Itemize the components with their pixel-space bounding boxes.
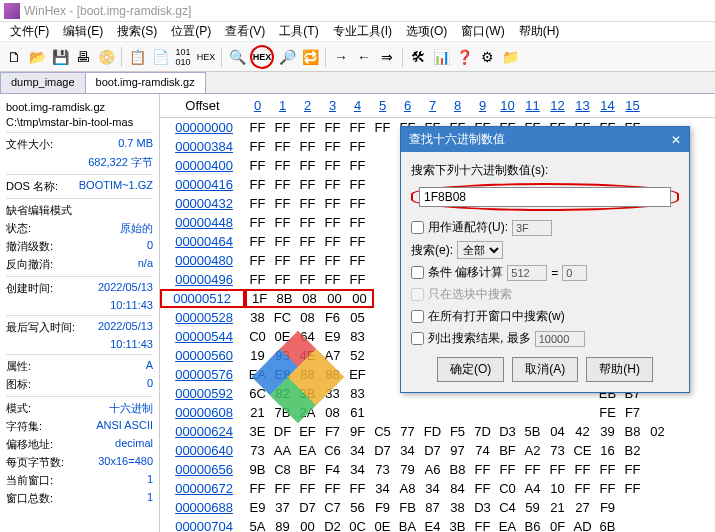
hex-row[interactable]: 000007045A8900D20C0EBAE43BFFEAB60FAD6B xyxy=(160,517,715,532)
in-sel-label: 只在选块中搜索 xyxy=(428,286,512,303)
separator xyxy=(121,47,122,67)
menu-file[interactable]: 文件(F) xyxy=(4,21,55,42)
tool1-icon[interactable]: 🛠 xyxy=(408,47,428,67)
undo-val: 0 xyxy=(147,239,153,254)
fwd-icon[interactable]: ⇒ xyxy=(377,47,397,67)
hex-col: 2 xyxy=(295,98,320,113)
dialog-titlebar[interactable]: 查找十六进制数值 ✕ xyxy=(401,127,689,152)
new-icon[interactable]: 🗋 xyxy=(4,47,24,67)
cond-a[interactable] xyxy=(507,265,547,281)
hex-col: 15 xyxy=(620,98,645,113)
cond-b[interactable] xyxy=(562,265,587,281)
hex-icon[interactable]: HEX xyxy=(196,47,216,67)
offset-header: Offset xyxy=(160,98,245,113)
hex-col: 3 xyxy=(320,98,345,113)
list-checkbox[interactable] xyxy=(411,332,424,345)
hex-col: 6 xyxy=(395,98,420,113)
close-icon[interactable]: ✕ xyxy=(671,133,681,147)
separator xyxy=(402,47,403,67)
offset-label: 偏移地址: xyxy=(6,437,53,452)
dos-name: BOOTIM~1.GZ xyxy=(79,179,153,194)
hex-row[interactable]: 00000688E937D7C756F9FB8738D3C4592127F9 xyxy=(160,498,715,517)
list-max[interactable] xyxy=(535,331,585,347)
hex-value-input[interactable] xyxy=(419,187,671,207)
tab-dump-image[interactable]: dump_image xyxy=(0,72,86,93)
hex-offset: 00000672 xyxy=(160,481,245,496)
hex-offset: 00000400 xyxy=(160,158,245,173)
hex-bytes: 73AAEAC634D734D79774BFA273CE16B2 xyxy=(245,443,645,458)
print-icon[interactable]: 🖶 xyxy=(73,47,93,67)
ctime-date: 2022/05/13 xyxy=(98,281,153,296)
cond-checkbox[interactable] xyxy=(411,266,424,279)
tool5-icon[interactable]: 📁 xyxy=(500,47,520,67)
hex-row[interactable]: 00000608217B2A0861FEF7 xyxy=(160,403,715,422)
menu-edit[interactable]: 编辑(E) xyxy=(57,21,109,42)
find-text-icon[interactable]: 🔎 xyxy=(277,47,297,67)
help-button[interactable]: 帮助(H) xyxy=(586,357,653,382)
state-label: 状态: xyxy=(6,221,31,236)
hex-row[interactable]: 0000064073AAEAC634D734D79774BFA273CE16B2 xyxy=(160,441,715,460)
hex-col: 7 xyxy=(420,98,445,113)
menu-position[interactable]: 位置(P) xyxy=(165,21,217,42)
icons-label: 图标: xyxy=(6,377,31,392)
dialog-prompt: 搜索下列十六进制数值(s): xyxy=(411,162,679,179)
back-icon[interactable]: ← xyxy=(354,47,374,67)
hex-offset: 00000704 xyxy=(160,519,245,532)
hex-editor[interactable]: Offset 0123456789101112131415 00000000FF… xyxy=(160,94,715,532)
attr-label: 属性: xyxy=(6,359,31,374)
open-icon[interactable]: 📂 xyxy=(27,47,47,67)
file-name: boot.img-ramdisk.gz xyxy=(6,101,105,113)
disk-icon[interactable]: 📀 xyxy=(96,47,116,67)
binary-icon[interactable]: 101010 xyxy=(173,47,193,67)
charset-val: ANSI ASCII xyxy=(96,419,153,434)
icons-val: 0 xyxy=(147,377,153,392)
hex-row[interactable]: 00000672FFFFFFFFFF34A83484FFC0A410FFFFFF xyxy=(160,479,715,498)
search-dir-select[interactable]: 全部 xyxy=(457,241,503,259)
menu-window[interactable]: 窗口(W) xyxy=(455,21,510,42)
hex-col: 9 xyxy=(470,98,495,113)
hex-offset: 00000000 xyxy=(160,120,245,135)
hex-col: 11 xyxy=(520,98,545,113)
sidebar: boot.img-ramdisk.gz C:\tmp\mstar-bin-too… xyxy=(0,94,160,532)
menu-tools[interactable]: 工具(T) xyxy=(273,21,324,42)
menu-view[interactable]: 查看(V) xyxy=(219,21,271,42)
find-icon[interactable]: 🔍 xyxy=(227,47,247,67)
tab-boot-img[interactable]: boot.img-ramdisk.gz xyxy=(85,72,206,93)
tool2-icon[interactable]: 📊 xyxy=(431,47,451,67)
goto-icon[interactable]: → xyxy=(331,47,351,67)
hex-columns: 0123456789101112131415 xyxy=(245,98,645,113)
mtime-label: 最后写入时间: xyxy=(6,320,75,335)
hex-bytes: 9BC8BFF4347379A6B8FFFFFFFFFFFFFF xyxy=(245,462,645,477)
tool4-icon[interactable]: ⚙ xyxy=(477,47,497,67)
menu-options[interactable]: 选项(O) xyxy=(400,21,453,42)
paste-icon[interactable]: 📄 xyxy=(150,47,170,67)
ctime-label: 创建时间: xyxy=(6,281,53,296)
window-title: WinHex - [boot.img-ramdisk.gz] xyxy=(24,4,191,18)
offset-val: decimal xyxy=(115,437,153,452)
save-icon[interactable]: 💾 xyxy=(50,47,70,67)
menu-search[interactable]: 搜索(S) xyxy=(111,21,163,42)
hex-row[interactable]: 000006243EDFEFF79FC577FDF57DD35B044239B8… xyxy=(160,422,715,441)
all-win-checkbox[interactable] xyxy=(411,310,424,323)
hex-row[interactable]: 000006569BC8BFF4347379A6B8FFFFFFFFFFFFFF xyxy=(160,460,715,479)
hex-offset: 00000656 xyxy=(160,462,245,477)
ok-button[interactable]: 确定(O) xyxy=(437,357,504,382)
menu-help[interactable]: 帮助(H) xyxy=(513,21,566,42)
copy-icon[interactable]: 📋 xyxy=(127,47,147,67)
all-win-label: 在所有打开窗口中搜索(w) xyxy=(428,308,565,325)
find-again-icon[interactable]: 🔁 xyxy=(300,47,320,67)
app-icon xyxy=(4,3,20,19)
hex-bytes: 3EDFEFF79FC577FDF57DD35B044239B802 xyxy=(245,424,670,439)
cancel-button[interactable]: 取消(A) xyxy=(512,357,578,382)
tool3-icon[interactable]: ❓ xyxy=(454,47,474,67)
hex-offset: 00000528 xyxy=(160,310,245,325)
totwin-val: 1 xyxy=(147,491,153,506)
hex-col: 13 xyxy=(570,98,595,113)
menu-protools[interactable]: 专业工具(I) xyxy=(327,21,398,42)
in-sel-checkbox[interactable] xyxy=(411,288,424,301)
wildcard-checkbox[interactable] xyxy=(411,221,424,234)
wildcard-value[interactable] xyxy=(512,220,552,236)
find-hex-icon[interactable]: HEX xyxy=(250,45,274,69)
hex-col: 5 xyxy=(370,98,395,113)
separator xyxy=(221,47,222,67)
